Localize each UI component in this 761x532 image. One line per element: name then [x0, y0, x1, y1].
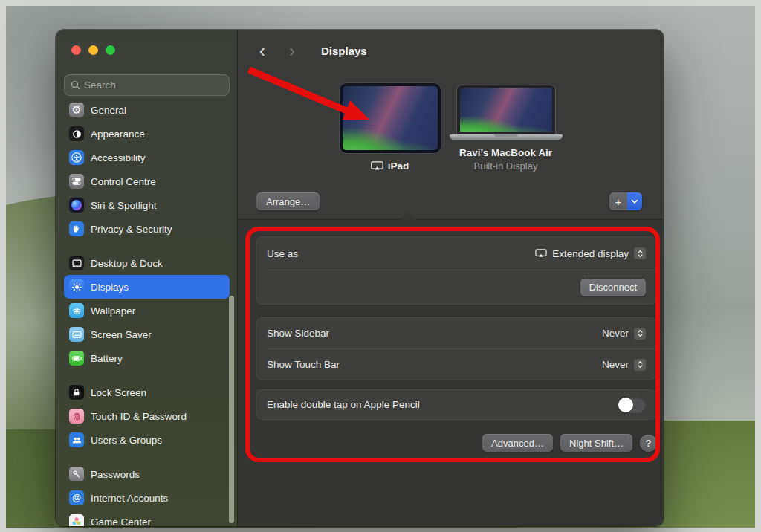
sidebar-item-internet-accounts[interactable]: @ Internet Accounts — [64, 486, 230, 510]
sidebar-item-appearance[interactable]: Appearance — [64, 122, 230, 146]
sidebar-item-control-centre[interactable]: Control Centre — [64, 169, 230, 193]
sidebar: ⚙ General Appearance Accessibility C — [56, 30, 238, 526]
sidebar-item-desktop-dock[interactable]: Desktop & Dock — [64, 251, 230, 275]
stepper-icon[interactable] — [634, 359, 646, 371]
pane-header: ‹ › Displays — [238, 30, 664, 71]
flower-icon: ❀ — [69, 303, 84, 318]
hand-icon — [69, 221, 84, 236]
show-sidebar-value: Never — [602, 328, 629, 339]
appearance-icon — [69, 126, 84, 141]
advanced-button[interactable]: Advanced… — [482, 434, 553, 452]
sidebar-item-displays[interactable]: Displays — [64, 275, 230, 299]
show-sidebar-label: Show Sidebar — [267, 328, 329, 339]
search-field[interactable] — [64, 74, 230, 96]
users-icon — [69, 432, 84, 447]
sonoma-wallpaper — [343, 86, 438, 150]
macbook-label: Ravi’s MacBook Air — [459, 147, 552, 158]
zoom-button[interactable] — [106, 45, 115, 55]
airplay-display-icon — [371, 161, 383, 171]
show-sidebar-row: Show Sidebar Never — [256, 318, 656, 348]
system-settings-window: ⚙ General Appearance Accessibility C — [56, 30, 664, 526]
ipad-name: iPad — [388, 160, 409, 172]
sidebar-item-accessibility[interactable]: Accessibility — [64, 146, 230, 169]
control-centre-icon — [69, 174, 84, 189]
sidebar-item-privacy-security[interactable]: Privacy & Security — [64, 217, 230, 241]
macbook-base — [450, 134, 563, 140]
lock-icon — [69, 385, 84, 400]
footer-buttons: Advanced… Night Shift… ? — [256, 434, 657, 452]
sidebar-scrollbar[interactable] — [229, 296, 234, 523]
sidebar-item-passwords[interactable]: Passwords — [64, 462, 230, 486]
sidebar-item-label: Users & Groups — [91, 435, 162, 446]
add-display-button[interactable]: + — [609, 192, 627, 210]
use-as-select[interactable]: Extended display — [535, 247, 646, 259]
stepper-icon[interactable] — [634, 328, 646, 340]
show-sidebar-select[interactable]: Never — [602, 328, 646, 340]
apple-pencil-toggle[interactable] — [618, 397, 646, 413]
use-as-row: Use as Extended display — [256, 237, 656, 270]
sidebar-item-label: Passwords — [91, 469, 140, 480]
disconnect-button[interactable]: Disconnect — [580, 279, 646, 296]
forward-button[interactable]: › — [282, 41, 302, 60]
selected-display-caret — [401, 212, 417, 220]
sidebar-item-label: Appearance — [91, 129, 145, 140]
help-button[interactable]: ? — [640, 435, 657, 452]
use-as-value: Extended display — [552, 248, 629, 259]
minimize-button[interactable] — [88, 45, 98, 55]
search-input[interactable] — [84, 80, 223, 91]
sidebar-item-screen-saver[interactable]: Screen Saver — [64, 322, 230, 346]
key-icon — [69, 467, 84, 481]
sidebar-item-general[interactable]: ⚙ General — [64, 98, 230, 122]
stepper-icon[interactable] — [634, 247, 646, 259]
screensaver-icon — [69, 327, 84, 342]
macbook-screen — [457, 85, 555, 134]
gamecenter-icon — [69, 514, 84, 526]
sidebar-item-label: Accessibility — [91, 152, 146, 163]
plus-icon: + — [615, 195, 622, 208]
back-button[interactable]: ‹ — [253, 41, 272, 60]
display-thumbnails: iPad Ravi’s MacBook Air Built-in Display — [238, 83, 664, 172]
show-touch-bar-select[interactable]: Never — [602, 359, 646, 371]
at-glyph: @ — [72, 493, 81, 503]
siri-icon — [69, 198, 84, 213]
macbook-display-thumbnail[interactable]: Ravi’s MacBook Air Built-in Display — [450, 85, 563, 172]
page-title: Displays — [321, 45, 367, 57]
arrange-button[interactable]: Arrange… — [256, 192, 320, 210]
sidebar-item-label: Lock Screen — [91, 387, 146, 398]
sidebar-item-battery[interactable]: Battery — [64, 346, 230, 370]
section-gap — [256, 420, 657, 434]
sidebar-item-wallpaper[interactable]: ❀ Wallpaper — [64, 299, 230, 322]
sidebar-item-users-groups[interactable]: Users & Groups — [64, 428, 230, 452]
sidebar-item-siri-spotlight[interactable]: Siri & Spotlight — [64, 193, 230, 217]
sidebar-item-label: Internet Accounts — [91, 493, 168, 504]
sidebar-item-label: Wallpaper — [91, 305, 135, 317]
chevron-right-icon: › — [289, 42, 295, 60]
show-touch-bar-value: Never — [602, 359, 629, 370]
sidebar-item-label: Touch ID & Password — [91, 411, 187, 422]
section-gap — [256, 380, 657, 389]
sidebar-item-label: Displays — [91, 282, 129, 293]
sun-icon — [69, 279, 84, 294]
close-button[interactable] — [71, 45, 81, 55]
sidebar-item-label: General — [91, 105, 126, 116]
sidebar-item-label: Desktop & Dock — [91, 258, 163, 269]
chevron-down-icon — [631, 199, 638, 204]
gear-icon: ⚙ — [69, 103, 84, 117]
section-gap — [256, 305, 657, 317]
sidebar-item-touch-id-password[interactable]: Touch ID & Password — [64, 404, 230, 428]
displays-pane: ‹ › Displays iPad Ravi’s M — [238, 30, 664, 526]
sidebar-item-game-center[interactable]: Game Center — [64, 510, 230, 526]
siri-orb — [71, 200, 82, 210]
ipad-display-thumbnail[interactable]: iPad — [340, 83, 441, 172]
add-display-dropdown[interactable] — [627, 192, 642, 210]
sidebar-item-label: Siri & Spotlight — [91, 200, 157, 211]
display-settings-section: Use as Extended display Disconnect Show … — [238, 221, 664, 526]
traffic-lights — [71, 45, 115, 55]
disconnect-row: Disconnect — [256, 270, 656, 304]
night-shift-button[interactable]: Night Shift… — [560, 434, 632, 452]
display-picker-section: ‹ › Displays iPad Ravi’s M — [238, 30, 664, 220]
sidebar-item-label: Game Center — [91, 516, 151, 527]
bars-card: Show Sidebar Never Show Touch Bar Never — [256, 317, 657, 380]
sidebar-item-lock-screen[interactable]: Lock Screen — [64, 380, 230, 404]
gear-glyph: ⚙ — [71, 103, 81, 117]
